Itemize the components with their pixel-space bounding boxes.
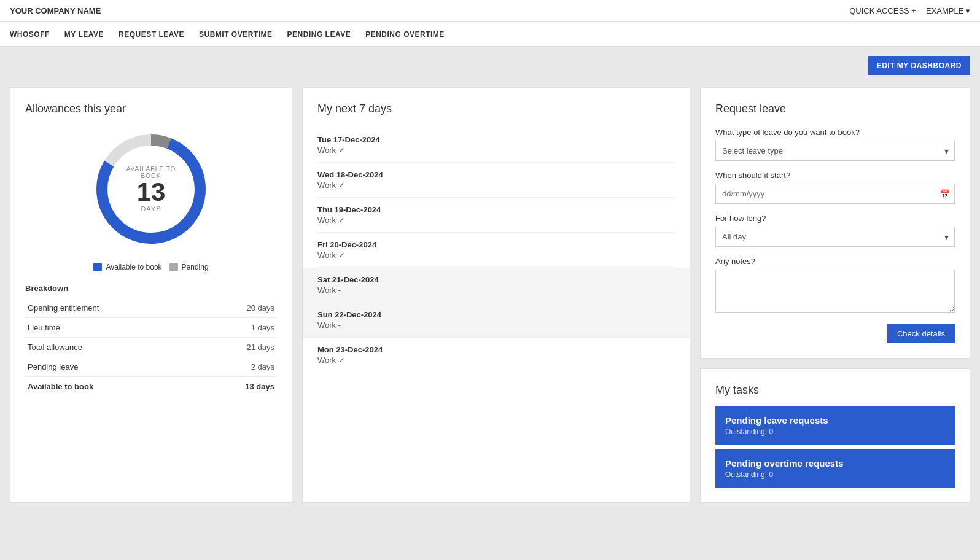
day-name: Sun 22-Dec-2024 [317, 310, 675, 319]
start-date-wrapper [715, 184, 955, 204]
my-tasks-title: My tasks [715, 384, 955, 397]
task-title: Pending overtime requests [725, 458, 945, 469]
day-item: Wed 18-Dec-2024 Work ✓ [317, 163, 675, 198]
nav-bar: WHOSOFF MY LEAVE REQUEST LEAVE SUBMIT OV… [0, 22, 980, 47]
day-item: Fri 20-Dec-2024 Work ✓ [317, 233, 675, 268]
duration-group: For how long? All day [715, 214, 955, 247]
breakdown-value: 13 days [199, 377, 277, 397]
day-status: Work ✓ [317, 251, 675, 260]
day-status: Work ✓ [317, 146, 675, 155]
day-item: Tue 17-Dec-2024 Work ✓ [317, 128, 675, 163]
breakdown-label: Total allowance [25, 338, 199, 357]
breakdown-row: Total allowance 21 days [25, 338, 277, 357]
day-status: Work ✓ [317, 181, 675, 190]
breakdown-label: Pending leave [25, 357, 199, 377]
breakdown-table: Opening entitlement 20 days Lieu time 1 … [25, 298, 277, 396]
day-status: Work ✓ [317, 356, 675, 365]
breakdown-value: 1 days [199, 318, 277, 338]
right-panel: Request leave What type of leave do you … [700, 87, 970, 503]
breakdown-title: Breakdown [25, 284, 277, 293]
nav-whosoff[interactable]: WHOSOFF [10, 28, 50, 41]
day-name: Thu 19-Dec-2024 [317, 205, 675, 214]
donut-unit: DAYS [120, 205, 182, 212]
task-title: Pending leave requests [725, 415, 945, 426]
breakdown-label: Lieu time [25, 318, 199, 338]
nav-request-leave[interactable]: REQUEST LEAVE [119, 28, 184, 41]
day-status: Work ✓ [317, 216, 675, 225]
day-item: Sat 21-Dec-2024 Work - [303, 268, 690, 303]
legend-available: Available to book [93, 263, 161, 271]
check-details-button[interactable]: Check details [887, 324, 955, 343]
breakdown-row: Lieu time 1 days [25, 318, 277, 338]
day-name: Fri 20-Dec-2024 [317, 240, 675, 249]
day-item: Mon 23-Dec-2024 Work ✓ [317, 338, 675, 372]
breakdown-label: Opening entitlement [25, 298, 199, 318]
notes-textarea[interactable] [715, 270, 955, 313]
leave-type-label: What type of leave do you want to book? [715, 128, 955, 137]
top-bar: YOUR COMPANY NAME QUICK ACCESS + EXAMPLE… [0, 0, 980, 22]
task-item[interactable]: Pending leave requests Outstanding: 0 [715, 406, 955, 445]
edit-dashboard-button[interactable]: EDIT MY DASHBOARD [868, 56, 970, 75]
day-name: Tue 17-Dec-2024 [317, 135, 675, 144]
company-name: YOUR COMPANY NAME [10, 6, 101, 15]
breakdown-row: Available to book 13 days [25, 377, 277, 397]
start-date-group: When should it start? [715, 171, 955, 204]
duration-select[interactable]: All day [715, 227, 955, 247]
nav-pending-overtime[interactable]: PENDING OVERTIME [365, 28, 445, 41]
day-status: Work - [317, 286, 675, 295]
nav-my-leave[interactable]: MY LEAVE [64, 28, 104, 41]
request-leave-title: Request leave [715, 103, 955, 115]
days-list: Tue 17-Dec-2024 Work ✓ Wed 18-Dec-2024 W… [317, 128, 675, 372]
allowances-card: Allowances this year AVAILABLE TO BOOK 1… [10, 87, 292, 503]
breakdown-row: Opening entitlement 20 days [25, 298, 277, 318]
tasks-list: Pending leave requests Outstanding: 0 Pe… [715, 406, 955, 488]
task-subtitle: Outstanding: 0 [725, 470, 945, 479]
my-tasks-card: My tasks Pending leave requests Outstand… [700, 368, 970, 503]
day-name: Mon 23-Dec-2024 [317, 345, 675, 354]
day-item: Thu 19-Dec-2024 Work ✓ [317, 198, 675, 233]
breakdown-value: 20 days [199, 298, 277, 318]
page-content: EDIT MY DASHBOARD Allowances this year [0, 47, 980, 513]
day-item: Sun 22-Dec-2024 Work - [303, 303, 690, 338]
legend-pending-dot [169, 263, 178, 271]
donut-number: 13 [120, 179, 182, 205]
breakdown-row: Pending leave 2 days [25, 357, 277, 377]
task-item[interactable]: Pending overtime requests Outstanding: 0 [715, 449, 955, 488]
notes-group: Any notes? [715, 257, 955, 314]
task-subtitle: Outstanding: 0 [725, 427, 945, 436]
day-name: Sat 21-Dec-2024 [317, 275, 675, 284]
request-leave-card: Request leave What type of leave do you … [700, 87, 970, 359]
breakdown-value: 21 days [199, 338, 277, 357]
leave-type-select[interactable]: Select leave type [715, 141, 955, 161]
donut-center: AVAILABLE TO BOOK 13 DAYS [120, 166, 182, 212]
nav-pending-leave[interactable]: PENDING LEAVE [287, 28, 351, 41]
breakdown-value: 2 days [199, 357, 277, 377]
top-right: QUICK ACCESS + EXAMPLE ▾ [849, 6, 970, 15]
breakdown-label: Available to book [25, 377, 199, 397]
start-date-label: When should it start? [715, 171, 955, 180]
donut-legend: Available to book Pending [25, 263, 277, 271]
start-date-input[interactable] [715, 184, 955, 204]
quick-access-btn[interactable]: QUICK ACCESS + [849, 6, 916, 15]
leave-type-select-wrapper: Select leave type [715, 141, 955, 161]
day-name: Wed 18-Dec-2024 [317, 170, 675, 179]
next7days-title: My next 7 days [317, 103, 675, 115]
legend-pending-label: Pending [182, 263, 209, 271]
leave-type-group: What type of leave do you want to book? … [715, 128, 955, 161]
duration-label: For how long? [715, 214, 955, 223]
allowances-title: Allowances this year [25, 103, 277, 115]
notes-label: Any notes? [715, 257, 955, 266]
example-dropdown[interactable]: EXAMPLE ▾ [926, 6, 970, 15]
dashboard-grid: Allowances this year AVAILABLE TO BOOK 1… [10, 87, 970, 503]
duration-select-wrapper: All day [715, 227, 955, 247]
legend-available-label: Available to book [106, 263, 161, 271]
legend-pending: Pending [169, 263, 209, 271]
next7days-card: My next 7 days Tue 17-Dec-2024 Work ✓ We… [302, 87, 690, 503]
nav-submit-overtime[interactable]: SUBMIT OVERTIME [199, 28, 273, 41]
day-status: Work - [317, 321, 675, 330]
donut-container: AVAILABLE TO BOOK 13 DAYS [25, 128, 277, 251]
legend-available-dot [93, 263, 102, 271]
